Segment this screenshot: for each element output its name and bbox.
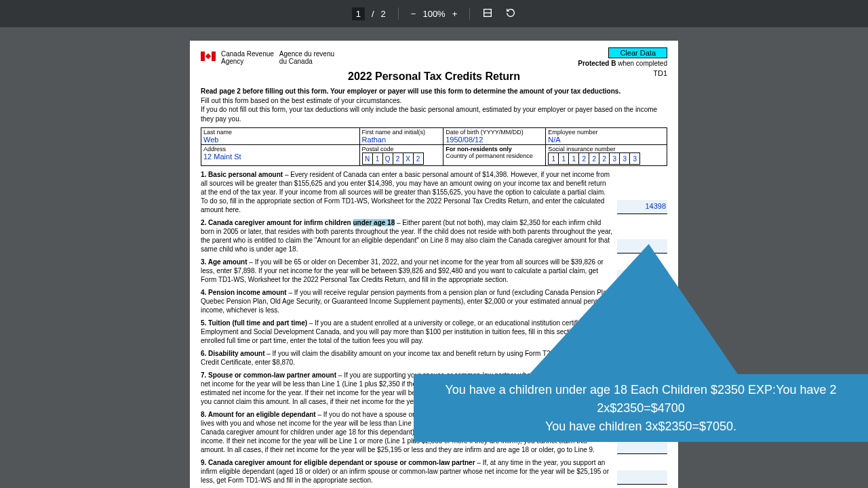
rotate-icon[interactable] <box>505 7 516 20</box>
line-9-amount[interactable] <box>617 470 667 485</box>
agency-en: Canada RevenueAgency <box>221 50 274 65</box>
canada-flag-icon <box>201 52 216 61</box>
annotation-callout: You have a children under age 18 Each Ch… <box>414 374 868 442</box>
agency-fr: Agence du revenudu Canada <box>279 50 334 65</box>
line-8-amount[interactable] <box>617 440 667 454</box>
address-field[interactable]: 12 Maint St <box>203 152 357 161</box>
employee-number-field[interactable]: N/A <box>548 136 665 144</box>
personal-info-table: Last nameWeb First name and initial(s)Ra… <box>201 127 667 166</box>
page-current[interactable]: 1 <box>352 7 365 20</box>
intro-text: Read page 2 before filling out this form… <box>201 87 667 123</box>
form-code: TD1 <box>653 69 667 77</box>
page-total: 2 <box>381 9 386 19</box>
protected-label: Protected B when completed <box>578 60 667 67</box>
pdf-toolbar: 1 / 2 − 100% + <box>0 0 868 27</box>
postal-code-field[interactable]: N1Q2X2 <box>362 152 441 165</box>
fit-page-icon[interactable] <box>482 7 493 20</box>
page-title: 2022 Personal Tax Credits Return <box>201 70 667 83</box>
zoom-in-button[interactable]: + <box>452 9 458 19</box>
line-1-amount[interactable]: 14398 <box>617 200 667 214</box>
dob-field[interactable]: 1950/08/12 <box>446 136 543 144</box>
zoom-level: 100% <box>422 9 445 19</box>
last-name-field[interactable]: Web <box>203 136 357 144</box>
sin-field[interactable]: 111222333 <box>548 152 665 165</box>
page-sep: / <box>372 9 374 19</box>
line-1: 1. Basic personal amount – Every residen… <box>201 170 667 214</box>
line-9: 9. Canada caregiver amount for eligible … <box>201 458 667 485</box>
clear-data-button[interactable]: Clear Data <box>608 47 667 58</box>
zoom-out-button[interactable]: − <box>411 9 416 19</box>
first-name-field[interactable]: Rathan <box>362 136 441 144</box>
